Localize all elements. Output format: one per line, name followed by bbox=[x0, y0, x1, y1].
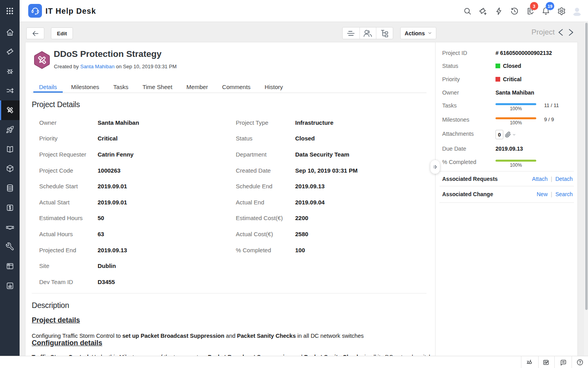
arrow-left-icon bbox=[31, 29, 40, 38]
avatar-button[interactable] bbox=[569, 0, 585, 22]
actions-button[interactable]: Actions bbox=[400, 27, 436, 39]
summary-label: Attachments bbox=[442, 131, 474, 137]
tree-icon bbox=[380, 29, 389, 38]
field-value: Closed bbox=[295, 135, 435, 142]
summary-label: Priority bbox=[442, 76, 460, 82]
field-label: Dev Team ID bbox=[39, 279, 98, 285]
tab-details[interactable]: Details bbox=[33, 81, 63, 93]
sidebar-item-dollar-doc[interactable] bbox=[0, 199, 20, 216]
sidebar-item-cube[interactable] bbox=[0, 160, 20, 177]
handshake-icon bbox=[5, 223, 15, 232]
members-icon bbox=[363, 29, 372, 38]
sidebar-item-bug[interactable] bbox=[0, 62, 20, 80]
gear-button[interactable] bbox=[554, 0, 569, 22]
note-edit-button[interactable] bbox=[538, 356, 554, 368]
status-color-swatch bbox=[495, 64, 500, 68]
summary-label: Tasks bbox=[442, 102, 457, 109]
sidebar-item-layout[interactable] bbox=[0, 257, 20, 275]
sidebar-item-rocket[interactable] bbox=[0, 121, 20, 138]
field-value: 100 bbox=[295, 247, 435, 253]
milestone-lines-view-button[interactable] bbox=[343, 27, 359, 39]
completed-progress-percent: 100% bbox=[495, 162, 536, 168]
milestone-lines-icon bbox=[346, 29, 356, 38]
field-value: Critical bbox=[98, 135, 236, 142]
help-button[interactable] bbox=[572, 356, 588, 368]
tasks-progress-percent: 100% bbox=[495, 106, 536, 111]
field-value: Dublin bbox=[98, 262, 236, 269]
chat-icon bbox=[559, 359, 567, 366]
new-change-link[interactable]: New bbox=[537, 191, 548, 197]
sidebar-item-shuffle[interactable] bbox=[0, 82, 20, 99]
field-value: D3455 bbox=[98, 279, 236, 285]
search-button[interactable] bbox=[459, 0, 475, 22]
collapse-panel-button[interactable] bbox=[430, 160, 440, 174]
tab-member[interactable]: Member bbox=[181, 81, 214, 93]
milestones-count: 9 / 9 bbox=[544, 117, 554, 122]
bug-icon bbox=[5, 67, 15, 76]
sidebar-item-ticket[interactable] bbox=[0, 43, 20, 60]
project-type-icon bbox=[33, 51, 51, 69]
avatar-icon bbox=[572, 5, 583, 16]
zia-button[interactable] bbox=[521, 356, 538, 368]
sidebar-item-bar-chart[interactable] bbox=[0, 277, 20, 294]
paperclip-icon bbox=[505, 131, 511, 138]
app-grid-icon[interactable] bbox=[5, 7, 14, 15]
page-scrollbar[interactable] bbox=[584, 22, 588, 368]
back-button[interactable] bbox=[26, 27, 44, 39]
sidebar-item-handshake[interactable] bbox=[0, 219, 20, 236]
section-title-description: Description bbox=[32, 301, 69, 310]
lightning-button[interactable] bbox=[491, 0, 506, 22]
search-change-link[interactable]: Search bbox=[555, 191, 573, 197]
field-label: Estimated Cost(€) bbox=[236, 215, 296, 221]
cube-icon bbox=[5, 164, 15, 173]
sidebar-item-ruler-pencil[interactable] bbox=[0, 100, 20, 120]
description-heading-1: Project details bbox=[32, 316, 80, 324]
tab-history[interactable]: History bbox=[259, 81, 289, 93]
members-view-button[interactable] bbox=[359, 27, 376, 39]
edit-button[interactable]: Edit bbox=[51, 27, 73, 39]
view-button-group bbox=[342, 27, 393, 39]
attach-request-link[interactable]: Attach bbox=[532, 176, 548, 182]
ticket-plus-button[interactable] bbox=[475, 0, 491, 22]
tab-milestones[interactable]: Milestones bbox=[65, 81, 105, 93]
scrollbar-thumb[interactable] bbox=[585, 23, 588, 310]
task-check-button[interactable]: 3 bbox=[522, 0, 538, 22]
field-label: Owner bbox=[39, 119, 98, 126]
associated-change-label: Associated Change bbox=[442, 191, 493, 197]
field-label: Project Code bbox=[39, 167, 98, 174]
note-edit-icon bbox=[543, 359, 550, 366]
bell-button[interactable]: 19 bbox=[538, 0, 554, 22]
field-value: 2019.09.13 bbox=[98, 247, 236, 253]
pager-label: Project bbox=[532, 28, 555, 36]
sidebar-item-database[interactable] bbox=[0, 180, 20, 197]
task-check-badge: 3 bbox=[530, 2, 538, 10]
sidebar-item-home[interactable] bbox=[0, 24, 20, 41]
chat-button[interactable] bbox=[554, 356, 572, 368]
search-icon bbox=[463, 7, 472, 16]
project-details-grid: OwnerSanta MahibanProject TypeInfrastruc… bbox=[25, 115, 435, 290]
due-date-value: 2019.09.13 bbox=[495, 146, 523, 152]
history-button[interactable] bbox=[506, 0, 522, 22]
app-logo[interactable] bbox=[28, 4, 42, 18]
tab-time-sheet[interactable]: Time Sheet bbox=[136, 81, 178, 93]
attach-file-button[interactable] bbox=[505, 131, 516, 138]
sidebar-item-wrench[interactable] bbox=[0, 238, 20, 255]
tab-comments[interactable]: Comments bbox=[216, 81, 257, 93]
associated-requests-links: Attach|Detach bbox=[532, 176, 573, 182]
bottom-utility-bar bbox=[0, 356, 588, 368]
panel-divider-line bbox=[439, 186, 574, 186]
action-toolbar: Edit Actions Project bbox=[20, 22, 588, 42]
next-record-button[interactable] bbox=[567, 29, 575, 36]
detach-request-link[interactable]: Detach bbox=[555, 176, 573, 182]
field-label: Actual Hours bbox=[39, 231, 98, 237]
field-label: Status bbox=[236, 135, 296, 142]
field-value: 2580 bbox=[295, 231, 435, 237]
previous-record-button[interactable] bbox=[557, 29, 564, 36]
detail-row: Schedule Start2019.09.01Schedule End2019… bbox=[25, 178, 435, 194]
priority-value: Critical bbox=[495, 76, 521, 82]
tab-tasks[interactable]: Tasks bbox=[107, 81, 134, 93]
field-value: 2019.09.04 bbox=[295, 199, 435, 206]
created-by-link[interactable]: Santa Mahiban bbox=[80, 64, 114, 69]
tree-view-button[interactable] bbox=[376, 27, 393, 39]
sidebar-item-book[interactable] bbox=[0, 140, 20, 158]
